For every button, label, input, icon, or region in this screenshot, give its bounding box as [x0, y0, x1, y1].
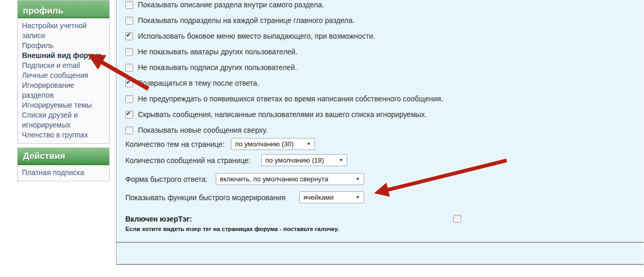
- quick-moderation-select[interactable]: ячейками▼: [299, 191, 364, 203]
- setting-checkbox[interactable]: [125, 79, 133, 87]
- setting-checkbox[interactable]: [125, 48, 133, 56]
- setting-checkbox-label: Не показывать подписи других пользовател…: [138, 63, 297, 72]
- usertag-description: Если хотите видеть юзер тег на страницах…: [125, 226, 643, 232]
- sidebar-item[interactable]: Личные сообщения: [22, 71, 106, 80]
- setting-checkbox-label: Показывать подразделы на каждой странице…: [138, 16, 355, 25]
- setting-checkbox-row: Использовать боковое меню вместо выпадаю…: [116, 28, 643, 44]
- forum-appearance-settings-panel: Показывать описание раздела внутри самог…: [116, 0, 643, 265]
- profile-nav-links: Настройки учетной записиПрофильВнешний в…: [18, 18, 109, 143]
- setting-checkbox-label: Не показывать аватары других пользовател…: [138, 48, 298, 56]
- sidebar-item[interactable]: Профиль: [22, 41, 106, 51]
- sidebar-item[interactable]: Игнорирование разделов: [22, 80, 106, 100]
- setting-checkbox-row: Не предупреждать о появившихся ответах в…: [116, 91, 643, 107]
- setting-checkbox-label: Использовать боковое меню вместо выпадаю…: [138, 32, 375, 40]
- setting-checkbox-label: Возвращаться в тему после ответа.: [138, 79, 259, 87]
- select-label: Показывать функции быстрого модерировани…: [125, 193, 286, 202]
- sidebar-item[interactable]: Игнорируемые темы: [22, 100, 106, 110]
- topics-per-page-select[interactable]: по умолчанию (30)▼: [231, 138, 315, 150]
- selected-value: по умолчанию (30): [235, 140, 294, 148]
- usertag-title: Включен юзерТэг:: [125, 215, 643, 223]
- setting-checkbox-row: Не показывать подписи других пользовател…: [116, 60, 643, 75]
- sidebar-item[interactable]: Настройки учетной записи: [22, 21, 106, 41]
- sidebar-item[interactable]: Подписки и email: [22, 61, 106, 71]
- select-label: Количество тем на странице:: [125, 140, 225, 148]
- selected-value: включить, по умолчанию свернута: [220, 175, 328, 183]
- setting-checkbox-row: Скрывать сообщения, написанные пользоват…: [116, 107, 643, 122]
- select-label: Форма быстрого ответа:: [125, 175, 207, 183]
- setting-checkbox[interactable]: [125, 95, 133, 103]
- sidebar-item[interactable]: Платная подписка: [22, 168, 106, 178]
- actions-links: Платная подписка: [18, 165, 109, 181]
- profile-nav-box: профиль Настройки учетной записиПрофильВ…: [17, 0, 110, 144]
- dropdown-arrow-icon: ▼: [356, 177, 360, 181]
- sidebar-header-profile: профиль: [18, 1, 109, 18]
- dropdown-arrow-icon: ▼: [339, 158, 343, 163]
- setting-checkbox-row: Показывать описание раздела внутри самог…: [116, 0, 643, 13]
- setting-checkbox[interactable]: [125, 111, 133, 119]
- quick-reply-form-select[interactable]: включить, по умолчанию свернута▼: [216, 173, 364, 185]
- dropdown-arrow-icon: ▼: [307, 142, 311, 146]
- setting-checkbox[interactable]: [125, 64, 133, 72]
- usertag-setting: Включен юзерТэг: Если хотите видеть юзер…: [125, 215, 643, 236]
- selected-value: по умолчанию (18): [265, 156, 324, 164]
- dropdown-arrow-icon: ▼: [356, 195, 360, 200]
- usertag-checkbox[interactable]: [453, 215, 461, 223]
- setting-checkbox[interactable]: [125, 1, 133, 9]
- actions-box: Действия Платная подписка: [17, 147, 110, 181]
- sidebar-item-current[interactable]: Внешний вид форума: [22, 51, 106, 61]
- forum-settings-page: профиль Настройки учетной записиПрофильВ…: [0, 0, 644, 277]
- setting-checkbox-label: Показывать новые сообщения сверху.: [138, 126, 268, 134]
- setting-checkbox[interactable]: [125, 126, 133, 134]
- setting-checkbox-label: Показывать описание раздела внутри самог…: [138, 1, 324, 9]
- select-label: Количество сообщений на странице:: [125, 156, 251, 165]
- setting-select-row: Форма быстрого ответа:включить, по умолч…: [125, 173, 643, 185]
- setting-checkbox-row: Показывать подразделы на каждой странице…: [116, 13, 643, 28]
- setting-select-row: Количество сообщений на странице:по умол…: [125, 154, 643, 167]
- section-divider: [116, 242, 643, 243]
- posts-per-page-select[interactable]: по умолчанию (18)▼: [261, 154, 347, 166]
- setting-select-row: Показывать функции быстрого модерировани…: [125, 191, 643, 203]
- setting-select-row: Количество тем на странице:по умолчанию …: [125, 138, 643, 151]
- sidebar-header-actions: Действия: [18, 148, 109, 165]
- setting-checkbox[interactable]: [125, 32, 133, 40]
- sidebar-item[interactable]: Списки друзей и игнорируемых: [22, 110, 106, 130]
- setting-checkbox[interactable]: [125, 17, 133, 25]
- sidebar-item[interactable]: Членство в группах: [22, 130, 106, 140]
- setting-checkbox-row: Показывать новые сообщения сверху.: [116, 122, 643, 138]
- selected-value: ячейками: [303, 193, 334, 201]
- settings-checkbox-list: Показывать описание раздела внутри самог…: [116, 0, 643, 138]
- setting-checkbox-row: Не показывать аватары других пользовател…: [116, 44, 643, 60]
- setting-checkbox-label: Скрывать сообщения, написанные пользоват…: [138, 110, 427, 119]
- setting-checkbox-label: Не предупреждать о появившихся ответах в…: [138, 95, 443, 103]
- settings-select-list: Количество тем на странице:по умолчанию …: [116, 138, 643, 203]
- profile-sidebar: профиль Настройки учетной записиПрофильВ…: [17, 0, 110, 181]
- setting-checkbox-row: Возвращаться в тему после ответа.: [116, 75, 643, 91]
